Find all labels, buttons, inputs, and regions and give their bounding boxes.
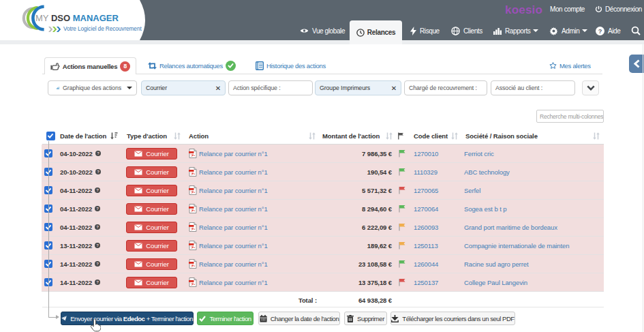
svg-text:?: ? (96, 280, 99, 284)
svg-text:?: ? (96, 188, 99, 192)
svg-text:?: ? (96, 225, 99, 229)
svg-text:?: ? (96, 262, 99, 266)
svg-text:?: ? (97, 151, 99, 155)
svg-text:?: ? (96, 207, 99, 211)
svg-text:?: ? (96, 243, 99, 247)
svg-text:?: ? (97, 170, 99, 174)
svg-text:?: ? (598, 27, 602, 34)
